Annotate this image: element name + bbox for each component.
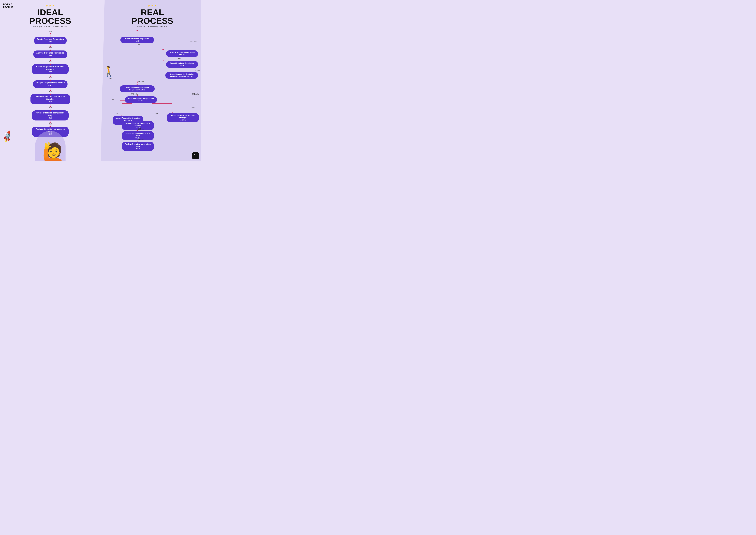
connector-5: 413 (49, 104, 52, 110)
svg-marker-17 (137, 95, 138, 97)
right-panel: ⚡ ⚡ ⚡ REALPROCESS (How the process reall… (100, 0, 201, 161)
label-43-1mths: 43.1 mths (192, 93, 199, 95)
rp-create-rfq-manager: Create Request for QuotationRequestor Ma… (165, 72, 198, 79)
svg-marker-12 (162, 71, 164, 72)
arrow-6 (50, 121, 50, 123)
lightning-right: ⚡ ⚡ ⚡ (108, 5, 197, 7)
box-analyze-pr: Analyze Purchase Requisition382 (33, 50, 67, 58)
label-5-4d: 5.4 d (178, 57, 181, 59)
rp-analyze-cmp: Analyze Quotation comparison Map5.8 d (122, 142, 154, 151)
svg-marker-5 (162, 49, 164, 51)
connector-4: 413 (49, 88, 52, 94)
ideal-title: IDEALPROCESS (5, 8, 96, 25)
label-38wks: 38.2 wks (190, 41, 197, 43)
arrow-3b (50, 79, 50, 80)
arrow-6b (50, 125, 50, 127)
arrow-4b (50, 93, 50, 94)
rp-amend-pr: Amend Purchase Requisition5 hrs (166, 61, 198, 68)
arrow-4 (50, 88, 50, 90)
brand-badge: B& P (192, 152, 199, 159)
label-12yrs: 12 yrs (114, 113, 118, 114)
count-0: 608 (49, 30, 52, 33)
left-panel: BOTS & PEOPLE ⚡ ⚡ ⚡ IDEALPROCESS (What y… (0, 0, 100, 161)
label-16-4wks: 16.4 wks (138, 138, 144, 140)
lightning-left: ⚡ ⚡ ⚡ (5, 5, 96, 7)
rp-analyze-rfq: Analyze Request for Quotation17.7 d (125, 97, 157, 103)
label-28-1hrs: 28.1 hrs (195, 70, 201, 72)
top-dot (137, 30, 138, 31)
arrow-2 (50, 58, 50, 60)
real-subtitle: (How the process really looks like) (108, 25, 197, 27)
arrow-1 (50, 44, 50, 46)
step-start: 608 (49, 30, 52, 37)
rp-amend-rfq-manager: Amend Request for Request Manager15.6 hr… (167, 113, 199, 122)
connector-1: 374 (49, 44, 52, 50)
box-analyze-rfq: Analyze Request for Quotation1107 (33, 80, 68, 88)
person-icon: 🙋 (42, 143, 65, 161)
arrow-2b (50, 63, 50, 64)
box-create-pr: Create Purchase Requisition608 (34, 37, 67, 44)
arrow-0 (50, 34, 50, 37)
rp-analyze-pr: Analyze Purchase Requisition40.9 hrs (166, 50, 198, 57)
connector-3: 307 (49, 74, 52, 80)
arrow-5 (50, 104, 50, 106)
svg-marker-8 (162, 60, 164, 61)
label-13-3hrs: 13.3 hrs (138, 81, 144, 83)
arrow-5b (50, 109, 50, 110)
label-326d: 326 d (191, 106, 195, 108)
arrow-3 (50, 74, 50, 76)
box-send-rfq: Send Request for Quotation to Supplier41… (31, 94, 70, 104)
real-title: REALPROCESS (108, 8, 197, 25)
connector-6: 413 (49, 121, 52, 127)
connector-2: 307 (49, 58, 52, 64)
label-18-5wks: 18.5 wks (138, 128, 144, 130)
page: BOTS & PEOPLE ⚡ ⚡ ⚡ IDEALPROCESS (What y… (0, 0, 201, 161)
box-create-cmp: Create Quotation comparison Map413 (32, 110, 68, 121)
label-17-9d: 17.9 d (110, 99, 114, 100)
box-create-rfq-manager: Create Request for Requisitor manager307 (32, 64, 68, 74)
label-5-9d: 5.9 d (138, 43, 141, 45)
logo: BOTS & PEOPLE (3, 3, 13, 9)
real-title-area: ⚡ ⚡ ⚡ REALPROCESS (How the process reall… (108, 5, 197, 27)
rp-create-rfq-requestor: Create Request for QuotationRequestor 38… (120, 85, 155, 92)
label-17mths: 17 mths (152, 113, 158, 114)
real-process-diagram: Create Purchase Requisition13d 38.2 wks … (105, 30, 200, 158)
ideal-process-container: 608 Create Purchase Requisition608 374 A… (5, 30, 96, 137)
svg-marker-15 (137, 81, 138, 83)
rp-create-pr: Create Purchase Requisition13d (121, 37, 154, 43)
label-47-9mths: 47.9 mths (131, 93, 138, 95)
label-39-8d: 39.8d (109, 77, 113, 79)
ideal-subtitle: (What you think the process looks like) (5, 25, 96, 27)
start-dot (50, 33, 51, 34)
svg-marker-26 (172, 112, 173, 113)
arrow-1b (50, 49, 50, 50)
